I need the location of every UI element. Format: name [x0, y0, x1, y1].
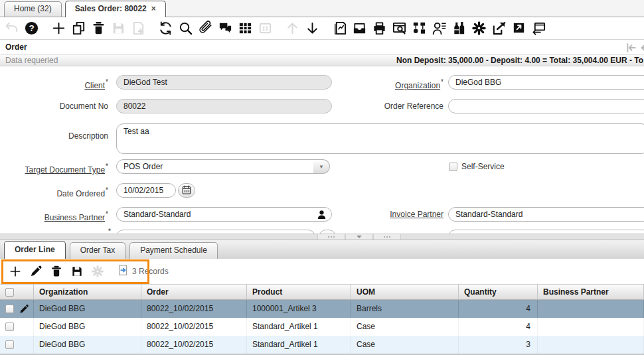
chat-icon[interactable] [218, 21, 233, 36]
cell-organization: DieGod BBG [34, 336, 141, 354]
target-document-type-field[interactable] [116, 159, 314, 174]
invoice-partner-label[interactable]: Invoice Partner [285, 207, 443, 222]
archive-icon[interactable] [352, 21, 367, 36]
print-preview-icon[interactable] [392, 21, 407, 36]
cell-order: 80022_10/02/2015 [141, 300, 247, 318]
status-bar: Data requeried Non Deposit: 35,000.00 - … [0, 54, 644, 66]
description-field[interactable]: Test aa [116, 123, 644, 154]
detail-record-icon[interactable] [305, 21, 320, 36]
delete-icon[interactable] [91, 21, 106, 36]
row-checkbox[interactable] [5, 340, 14, 349]
table-row[interactable]: DieGod BBG80022_10/02/2015Standard_Artik… [0, 336, 644, 354]
client-label[interactable]: Client* [0, 75, 108, 90]
record-count-button[interactable]: 3 Records [117, 264, 169, 279]
export-icon[interactable] [491, 21, 507, 36]
attachment-icon[interactable] [198, 21, 213, 36]
first-record-icon[interactable] [624, 41, 639, 54]
main-toolbar: ? [0, 17, 644, 39]
detail-toolbar: 3 Records [0, 259, 644, 284]
calendar-icon [181, 184, 192, 197]
delete-line-icon[interactable] [50, 265, 63, 278]
grid-toggle-icon[interactable] [238, 21, 253, 36]
report-icon[interactable] [332, 21, 347, 36]
row-checkbox[interactable] [5, 322, 14, 331]
panel-splitter[interactable] [0, 234, 644, 240]
cell-organization: DieGod BBG [34, 318, 141, 336]
copy-icon[interactable] [71, 21, 86, 36]
self-service-checkbox[interactable] [449, 163, 457, 171]
splitter-grip[interactable] [373, 234, 401, 240]
settings-icon[interactable] [471, 21, 487, 36]
close-window-icon[interactable] [531, 21, 546, 36]
splitter-handle[interactable] [317, 234, 401, 240]
description-label: Description [0, 129, 108, 143]
undo-icon [4, 21, 19, 36]
window-tab-bar: Home (32)Sales Order: 80022× [0, 0, 644, 17]
record-count-label: 3 Records [132, 267, 169, 276]
new-line-icon[interactable] [9, 265, 22, 278]
target-document-type-label[interactable]: Target Document Type* [0, 159, 108, 174]
column-header-organization[interactable]: Organization [34, 284, 141, 300]
splitter-collapse-button[interactable] [345, 234, 373, 240]
detail-tab-label: Order Line [15, 245, 55, 254]
order-totals: Non Deposit: 35,000.00 - Deposit: 4.00 =… [396, 55, 643, 66]
table-body: DieGod BBG80022_10/02/20151000001_Artike… [0, 300, 644, 354]
table-row[interactable]: DieGod BBG80022_10/02/2015Standard_Artik… [0, 318, 644, 336]
requests-icon[interactable] [432, 21, 447, 36]
order-reference-field[interactable] [448, 99, 644, 113]
save-line-icon[interactable] [70, 265, 84, 278]
organization-label[interactable]: Organization* [285, 75, 443, 90]
splitter-grip[interactable] [317, 234, 345, 240]
previous-record-icon[interactable] [639, 41, 644, 54]
cell-product: Standard_Artikel 1 [247, 318, 351, 336]
target-document-type-dropdown-button[interactable]: ▼ [313, 159, 330, 174]
column-header-uom[interactable]: UOM [351, 284, 459, 300]
cell-order: 80022_10/02/2015 [141, 318, 247, 336]
detached-window-icon[interactable] [511, 21, 526, 36]
record-navigation [624, 41, 644, 54]
cell-business-partner [538, 300, 644, 318]
detail-tab-bar: Order LineOrder TaxPayment Schedule [0, 240, 644, 259]
table-row[interactable]: DieGod BBG80022_10/02/20151000001_Artike… [0, 300, 644, 318]
edit-row-icon[interactable] [19, 304, 29, 315]
edit-line-icon[interactable] [29, 265, 42, 278]
column-header-product[interactable]: Product [247, 284, 351, 300]
detail-tab-payment-schedule[interactable]: Payment Schedule [129, 242, 218, 259]
column-header-quantity[interactable]: Quantity [459, 284, 538, 300]
cell-product: Standard_Artikel 1 [247, 336, 351, 354]
detail-tab-order-line[interactable]: Order Line [4, 241, 66, 259]
row-select-cell [0, 300, 34, 318]
product-info-icon[interactable] [451, 21, 467, 36]
svg-text:?: ? [29, 23, 34, 33]
order-form: Client* Organization* Document No Order … [0, 66, 644, 234]
workflow-icon[interactable] [412, 21, 427, 36]
detail-grid-icon [258, 21, 273, 36]
invoice-partner-field[interactable] [448, 207, 644, 222]
self-service-row: Self-Service [449, 159, 505, 174]
select-all-checkbox[interactable] [5, 288, 14, 297]
window-tab-sales-order[interactable]: Sales Order: 80022× [65, 1, 166, 17]
cell-quantity: 4 [459, 318, 538, 336]
print-icon[interactable] [372, 21, 387, 36]
help-icon[interactable]: ? [24, 21, 39, 36]
process-icon [91, 265, 104, 278]
new-icon[interactable] [51, 21, 66, 36]
window-tab-label: Home (32) [14, 4, 52, 13]
column-header-order[interactable]: Order [141, 284, 247, 300]
window-tab-home[interactable]: Home (32) [4, 1, 62, 17]
cell-uom: Barrels [351, 300, 459, 318]
refresh-icon[interactable] [158, 21, 173, 36]
row-checkbox[interactable] [5, 305, 14, 313]
calendar-button[interactable] [178, 183, 195, 198]
self-service-label: Self-Service [461, 162, 505, 171]
column-header-business-partner[interactable]: Business Partner [538, 284, 644, 300]
close-tab-icon[interactable]: × [151, 4, 156, 13]
detail-tab-order-tax[interactable]: Order Tax [70, 242, 125, 259]
date-ordered-field[interactable] [116, 183, 176, 198]
cell-product: 1000001_Artikel 3 [247, 300, 351, 318]
find-icon[interactable] [178, 21, 193, 36]
parent-record-icon [285, 21, 300, 36]
cell-quantity: 3 [459, 336, 538, 354]
business-partner-label[interactable]: Business Partner* [0, 207, 108, 222]
organization-field[interactable] [448, 75, 644, 90]
